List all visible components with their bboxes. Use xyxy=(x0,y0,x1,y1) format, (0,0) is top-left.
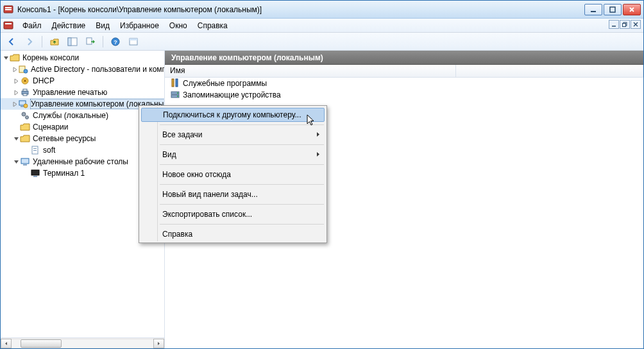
scroll-right-button[interactable] xyxy=(153,339,164,348)
printer-icon xyxy=(20,87,30,98)
ctx-separator xyxy=(160,184,324,185)
tree-root[interactable]: Корень консоли xyxy=(1,52,164,64)
svg-point-40 xyxy=(177,96,178,97)
tree-item-dhcp[interactable]: DHCP xyxy=(1,75,164,87)
column-empty[interactable] xyxy=(456,65,643,77)
tree-item-label: soft xyxy=(43,146,55,155)
svg-rect-7 xyxy=(612,26,616,27)
folder-icon xyxy=(20,133,30,144)
ctx-item-label: Вид xyxy=(162,150,176,159)
tree-item-label: Терминал 1 xyxy=(43,169,85,178)
ctx-connect-other-computer[interactable]: Подключиться к другому компьютеру... xyxy=(141,108,325,122)
ctx-view[interactable]: Вид xyxy=(140,148,325,162)
minimize-button[interactable] xyxy=(584,4,602,15)
tools-icon xyxy=(170,78,180,90)
ctx-item-label: Новое окно отсюда xyxy=(162,170,231,179)
submenu-arrow-icon xyxy=(316,150,320,159)
scroll-thumb[interactable] xyxy=(21,339,62,348)
expand-icon[interactable] xyxy=(12,101,18,107)
menu-help[interactable]: Справка xyxy=(192,20,233,31)
list-item[interactable]: Служебные программы xyxy=(165,78,643,89)
ctx-help[interactable]: Справка xyxy=(140,227,325,241)
svg-point-27 xyxy=(26,116,29,119)
forward-button[interactable] xyxy=(22,35,37,49)
menu-favorites[interactable]: Избранное xyxy=(115,20,164,31)
ctx-separator xyxy=(160,224,324,225)
tree-item-label: Сетевые ресурсы xyxy=(33,134,96,143)
export-button[interactable] xyxy=(83,35,97,49)
toolbar-separator xyxy=(103,36,103,47)
ctx-item-label: Экспортировать список... xyxy=(162,210,252,219)
ctx-all-tasks[interactable]: Все задачи xyxy=(140,128,325,142)
up-folder-button[interactable] xyxy=(47,35,62,49)
document-icon xyxy=(3,21,13,31)
menu-action[interactable]: Действие xyxy=(47,20,91,31)
list-item-label: Запоминающие устройства xyxy=(183,90,281,99)
tree-root-label: Корень консоли xyxy=(22,53,79,62)
svg-rect-2 xyxy=(5,9,12,10)
gears-icon xyxy=(20,110,30,121)
svg-rect-9 xyxy=(623,24,626,27)
tree-item-print[interactable]: Управление печатью xyxy=(1,87,164,98)
expand-icon[interactable] xyxy=(12,90,20,96)
expand-icon[interactable] xyxy=(12,78,20,84)
dhcp-icon xyxy=(20,76,30,86)
list-item[interactable]: Запоминающие устройства xyxy=(165,89,643,101)
svg-rect-31 xyxy=(21,158,29,164)
document-icon xyxy=(30,145,40,155)
ctx-export-list[interactable]: Экспортировать список... xyxy=(140,207,325,221)
maximize-button[interactable] xyxy=(604,4,622,15)
app-icon xyxy=(3,4,13,15)
ctx-new-taskpad-view[interactable]: Новый вид панели задач... xyxy=(140,187,325,201)
scroll-left-button[interactable] xyxy=(1,339,12,348)
svg-rect-32 xyxy=(23,164,27,166)
tree-item-ad[interactable]: Active Directory - пользователи и компью… xyxy=(1,64,164,75)
rdp-icon xyxy=(20,157,30,167)
titlebar: Консоль1 - [Корень консоли\Управление ко… xyxy=(1,1,643,19)
submenu-arrow-icon xyxy=(316,130,320,139)
mdi-minimize-button[interactable] xyxy=(609,20,619,29)
svg-rect-5 xyxy=(4,22,13,29)
properties-button[interactable] xyxy=(126,35,140,49)
menu-view[interactable]: Вид xyxy=(90,20,115,31)
svg-point-26 xyxy=(22,112,26,116)
mdi-buttons xyxy=(609,20,641,29)
svg-rect-30 xyxy=(33,150,37,151)
ctx-item-label: Новый вид панели задач... xyxy=(162,190,258,199)
collapse-icon[interactable] xyxy=(12,159,20,165)
svg-rect-1 xyxy=(5,7,12,8)
expand-icon[interactable] xyxy=(12,67,18,72)
toolbar-separator xyxy=(42,36,42,47)
svg-text:?: ? xyxy=(114,39,117,46)
svg-point-25 xyxy=(24,104,28,108)
collapse-icon[interactable] xyxy=(2,55,10,61)
svg-rect-12 xyxy=(87,38,92,44)
svg-rect-33 xyxy=(31,170,39,175)
svg-point-18 xyxy=(24,69,28,73)
show-tree-button[interactable] xyxy=(65,35,80,49)
svg-rect-34 xyxy=(33,176,37,177)
tree-item-label: Службы (локальные) xyxy=(33,111,108,120)
window-buttons xyxy=(584,4,641,15)
svg-rect-16 xyxy=(130,38,137,40)
scroll-track[interactable] xyxy=(12,339,153,348)
menu-file[interactable]: Файл xyxy=(17,20,47,31)
mdi-restore-button[interactable] xyxy=(620,20,630,29)
ctx-separator xyxy=(160,144,324,145)
horizontal-scrollbar[interactable] xyxy=(1,337,164,348)
ctx-separator xyxy=(160,164,324,165)
tree-item-label: DHCP xyxy=(33,76,55,85)
svg-rect-11 xyxy=(68,38,71,46)
ctx-new-window[interactable]: Новое окно отсюда xyxy=(140,167,325,182)
close-button[interactable] xyxy=(623,4,641,15)
help-button[interactable]: ? xyxy=(108,35,123,49)
back-button[interactable] xyxy=(4,35,19,49)
menubar: Файл Действие Вид Избранное Окно Справка xyxy=(1,19,643,33)
svg-rect-6 xyxy=(5,23,12,24)
mdi-close-button[interactable] xyxy=(631,20,641,29)
column-name[interactable]: Имя xyxy=(165,65,456,77)
column-headers: Имя xyxy=(165,65,643,78)
ctx-separator xyxy=(160,124,324,125)
collapse-icon[interactable] xyxy=(12,136,20,142)
menu-window[interactable]: Окно xyxy=(164,20,192,31)
